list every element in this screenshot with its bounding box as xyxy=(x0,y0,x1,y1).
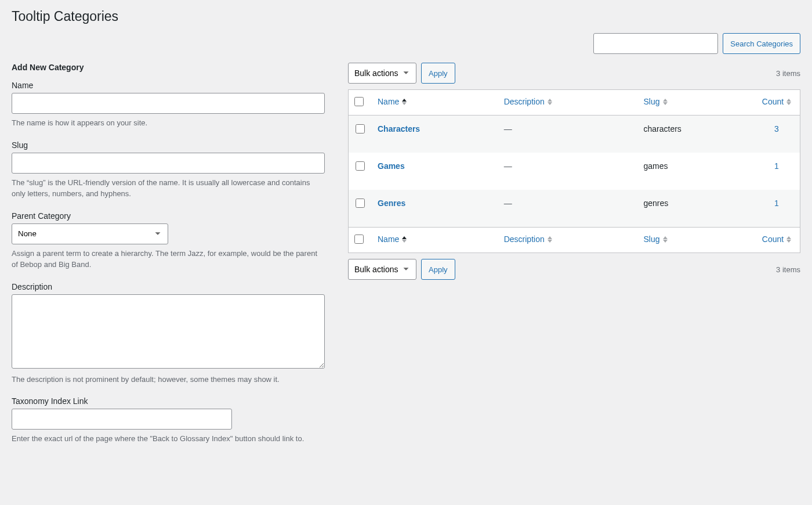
row-count-link[interactable]: 1 xyxy=(774,161,779,171)
col-name-footer[interactable]: Name xyxy=(378,235,407,244)
col-count-footer[interactable]: Count xyxy=(762,235,791,244)
sort-icon xyxy=(786,99,791,105)
row-count-link[interactable]: 3 xyxy=(774,124,779,134)
row-name-link[interactable]: Games xyxy=(378,161,405,171)
bulk-actions-select-bottom[interactable]: Bulk actions xyxy=(348,259,416,280)
name-help: The name is how it appears on your site. xyxy=(12,117,325,129)
row-name-link[interactable]: Characters xyxy=(378,124,420,134)
tablenav-top: Bulk actions Apply 3 items xyxy=(348,63,800,84)
parent-select[interactable]: None xyxy=(12,223,168,244)
col-description-footer[interactable]: Description xyxy=(504,235,552,244)
taxonomy-link-help: Enter the exact url of the page where th… xyxy=(12,433,325,445)
description-label: Description xyxy=(12,282,325,291)
search-button[interactable]: Search Categories xyxy=(723,33,800,54)
page-title: Tooltip Categories xyxy=(12,9,800,24)
col-name-header[interactable]: Name xyxy=(378,97,407,106)
row-description: — xyxy=(504,124,512,134)
col-count-header[interactable]: Count xyxy=(762,97,791,106)
table-row: Genres—genres1 xyxy=(349,190,800,227)
table-row: Characters—characters3 xyxy=(349,116,800,153)
add-category-form: Add New Category Name The name is how it… xyxy=(12,63,325,456)
name-label: Name xyxy=(12,81,325,90)
name-field[interactable] xyxy=(12,93,325,114)
search-row: Search Categories xyxy=(12,33,800,54)
slug-label: Slug xyxy=(12,140,325,150)
row-checkbox[interactable] xyxy=(356,199,365,208)
select-all-top[interactable] xyxy=(354,97,364,106)
form-heading: Add New Category xyxy=(12,63,325,72)
search-input[interactable] xyxy=(593,33,718,54)
row-slug: genres xyxy=(643,199,668,208)
row-count-link[interactable]: 1 xyxy=(774,199,779,208)
row-name-link[interactable]: Genres xyxy=(378,199,405,208)
row-checkbox[interactable] xyxy=(356,124,365,134)
sort-icon xyxy=(663,236,668,243)
sort-icon xyxy=(548,236,552,243)
taxonomy-link-field[interactable] xyxy=(12,409,232,430)
bulk-apply-button-top[interactable]: Apply xyxy=(421,63,455,84)
items-count-bottom: 3 items xyxy=(776,265,800,274)
bulk-apply-button-bottom[interactable]: Apply xyxy=(421,259,455,280)
select-all-bottom[interactable] xyxy=(354,235,364,244)
parent-help: Assign a parent term to create a hierarc… xyxy=(12,248,325,270)
table-row: Games—games1 xyxy=(349,153,800,190)
sort-icon xyxy=(402,99,407,105)
categories-table: Name Description Slug Count Characters—c… xyxy=(348,89,800,253)
slug-field[interactable] xyxy=(12,153,325,174)
sort-icon xyxy=(402,236,407,243)
col-slug-header[interactable]: Slug xyxy=(643,97,667,106)
parent-label: Parent Category xyxy=(12,211,325,221)
bulk-actions-select-top[interactable]: Bulk actions xyxy=(348,63,416,84)
sort-icon xyxy=(663,99,668,105)
sort-icon xyxy=(786,236,791,243)
col-slug-footer[interactable]: Slug xyxy=(643,235,667,244)
sort-icon xyxy=(548,99,552,105)
tablenav-bottom: Bulk actions Apply 3 items xyxy=(348,259,800,280)
taxonomy-link-label: Taxonomy Index Link xyxy=(12,396,325,406)
categories-list-panel: Bulk actions Apply 3 items Name Descript… xyxy=(348,63,800,456)
row-description: — xyxy=(504,161,512,171)
row-slug: games xyxy=(643,161,668,171)
row-slug: characters xyxy=(643,124,681,134)
description-help: The description is not prominent by defa… xyxy=(12,374,325,385)
description-field[interactable] xyxy=(12,294,325,369)
slug-help: The “slug” is the URL-friendly version o… xyxy=(12,177,325,200)
row-checkbox[interactable] xyxy=(356,161,365,171)
row-description: — xyxy=(504,199,512,208)
items-count-top: 3 items xyxy=(776,69,800,78)
col-description-header[interactable]: Description xyxy=(504,97,552,106)
